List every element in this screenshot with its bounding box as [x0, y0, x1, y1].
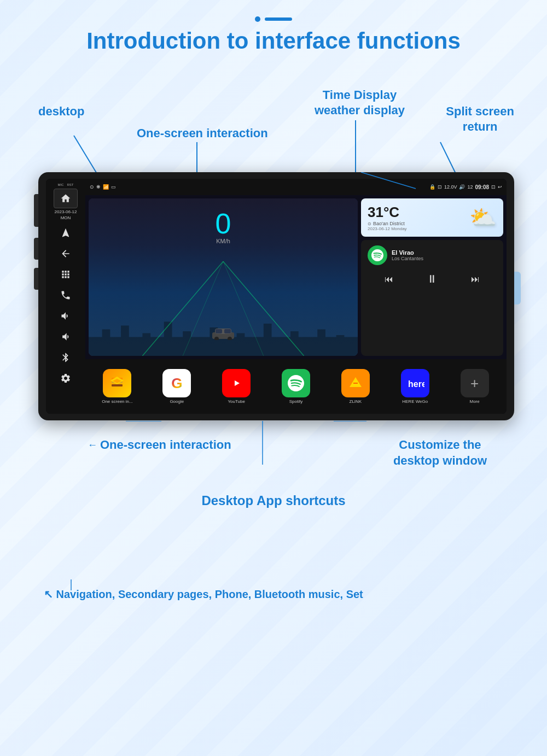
- app-spotify-label: Spotify: [289, 399, 302, 404]
- app-bar: One screen in... G Google: [85, 359, 507, 414]
- back-icon: [60, 248, 71, 259]
- sidebar-bluetooth[interactable]: [54, 348, 78, 367]
- play-pause-button[interactable]: ⏸: [427, 273, 438, 285]
- here-icon: here: [406, 375, 424, 391]
- zlink-icon: [347, 375, 364, 391]
- speedometer-panel: 0 KM/h: [89, 198, 358, 356]
- weather-widget: 31°C ⊙ Bao'an District 2023-06-12 Monday: [361, 198, 503, 237]
- bottom-annotations-area: ← One-screen interaction Customize the d…: [16, 421, 531, 618]
- rst-label: RST: [67, 183, 74, 186]
- date-display: 2023-06-12 MON: [55, 209, 77, 221]
- car-svg: [210, 325, 237, 340]
- annotation-desktop: desktop: [38, 104, 84, 119]
- svg-rect-23: [353, 383, 358, 384]
- annotation-desktop-shortcuts: Desktop App shortcuts: [201, 492, 345, 509]
- app-youtube-wrapper: YouTube: [208, 369, 265, 404]
- weather-date: 2023-06-12 Monday: [368, 226, 407, 231]
- music-controls: ⏮ ⏸ ⏭: [368, 271, 497, 288]
- app-youtube-icon[interactable]: [222, 369, 251, 397]
- page-wrapper: Introduction to interface functions desk…: [0, 0, 547, 756]
- sidebar-phone[interactable]: [54, 285, 78, 305]
- status-left-icons: ⊙ ❋ 📶 ▭: [90, 184, 116, 190]
- annotation-onescreen-bottom: ← One-screen interaction: [88, 437, 231, 453]
- sidebar-settings[interactable]: [54, 368, 78, 388]
- mic-label: MIC: [58, 183, 64, 186]
- google-g-text: G: [171, 375, 182, 392]
- app-more-icon[interactable]: +: [461, 369, 489, 397]
- app-google-wrapper: G Google: [148, 369, 206, 404]
- svg-rect-13: [224, 329, 231, 333]
- weather-info: 31°C ⊙ Bao'an District 2023-06-12 Monday: [368, 204, 407, 231]
- apps-icon: [60, 269, 71, 280]
- app-onescreen-wrapper: One screen in...: [89, 369, 146, 404]
- status-icon-wifi: 📶: [103, 184, 109, 190]
- track-name: El Virao: [392, 249, 423, 256]
- status-split-icon[interactable]: ⊡: [491, 184, 496, 190]
- status-right-info: 🔒 ⊡ 12.0V 🔊 12 09:08 ⊡ ↩: [429, 184, 502, 190]
- spotify-icon: [371, 249, 383, 261]
- sidebar-volume-down[interactable]: [54, 327, 78, 347]
- sidebar-back[interactable]: [54, 244, 78, 263]
- app-more-wrapper: + More: [446, 369, 503, 404]
- right-panel: 31°C ⊙ Bao'an District 2023-06-12 Monday: [361, 198, 503, 356]
- screen-bezel: MIC RST: [46, 179, 507, 414]
- sidebar-volume-up[interactable]: [54, 306, 78, 326]
- app-here-wrapper: here HERE WeGo: [386, 369, 444, 404]
- svg-rect-12: [216, 329, 222, 333]
- status-back-icon[interactable]: ↩: [498, 184, 502, 190]
- status-voltage: 12.0V: [444, 184, 457, 190]
- layers-icon: [109, 376, 125, 391]
- car-unit-container: MIC RST: [38, 172, 514, 420]
- music-track-info: El Virao Los Cantantes: [368, 245, 497, 265]
- volume-up-icon: [60, 310, 71, 321]
- status-icon-1: ⊙: [90, 184, 94, 190]
- content-area: 0 KM/h: [85, 195, 507, 359]
- svg-rect-14: [112, 384, 123, 386]
- bluetooth-icon: [60, 352, 71, 363]
- speed-value: 0: [216, 209, 231, 238]
- app-zlink-icon[interactable]: [341, 369, 370, 397]
- status-time: 09:08: [475, 184, 489, 190]
- mic-rst-labels: MIC RST: [58, 183, 74, 186]
- app-onescreen-label: One screen in...: [102, 399, 132, 404]
- spotify-logo: [368, 245, 387, 265]
- app-here-label: HERE WeGo: [402, 399, 428, 404]
- svg-text:here: here: [408, 379, 424, 389]
- status-icon-battery: ▭: [111, 184, 116, 190]
- side-button-left-3[interactable]: [34, 268, 38, 290]
- side-button-left[interactable]: [34, 194, 38, 227]
- sidebar-navigation[interactable]: [54, 223, 78, 243]
- indicator-dash: [265, 17, 292, 21]
- app-spotify-wrapper: Spotify: [267, 369, 325, 404]
- car-unit: MIC RST: [38, 172, 514, 420]
- next-track-button[interactable]: ⏭: [471, 274, 480, 284]
- side-button-right[interactable]: [514, 272, 521, 304]
- app-here-icon[interactable]: here: [401, 369, 429, 397]
- weather-icon: ⛅: [469, 205, 497, 231]
- page-title: Introduction to interface functions: [16, 27, 531, 55]
- status-volume-icon: 🔊: [459, 184, 465, 190]
- status-windows: ⊡: [438, 184, 442, 190]
- speed-unit: KM/h: [216, 238, 231, 244]
- home-icon: [60, 193, 71, 204]
- weather-temp: 31°C: [368, 204, 407, 221]
- page-container: Introduction to interface functions desk…: [0, 0, 547, 756]
- music-widget: El Virao Los Cantantes ⏮ ⏸ ⏭: [361, 240, 503, 356]
- app-onescreen-icon[interactable]: [103, 369, 131, 397]
- annotation-time-display: Time Display weather display: [315, 87, 405, 118]
- indicator-dot: [255, 16, 260, 22]
- more-plus-sign: +: [470, 375, 479, 392]
- prev-track-button[interactable]: ⏮: [385, 274, 393, 284]
- app-google-icon[interactable]: G: [162, 369, 191, 397]
- sidebar-apps[interactable]: [54, 265, 78, 284]
- status-lock: 🔒: [429, 184, 435, 190]
- settings-icon: [60, 373, 71, 384]
- sidebar-home-button[interactable]: [54, 189, 78, 208]
- app-spotify-icon[interactable]: [282, 369, 310, 397]
- sidebar: MIC RST: [46, 179, 85, 414]
- status-bar: ⊙ ❋ 📶 ▭ 🔒 ⊡ 12.0V 🔊: [85, 179, 507, 195]
- side-button-left-2[interactable]: [34, 238, 38, 260]
- app-more-label: More: [469, 399, 479, 404]
- phone-icon: [60, 290, 71, 301]
- track-details: El Virao Los Cantantes: [392, 249, 423, 261]
